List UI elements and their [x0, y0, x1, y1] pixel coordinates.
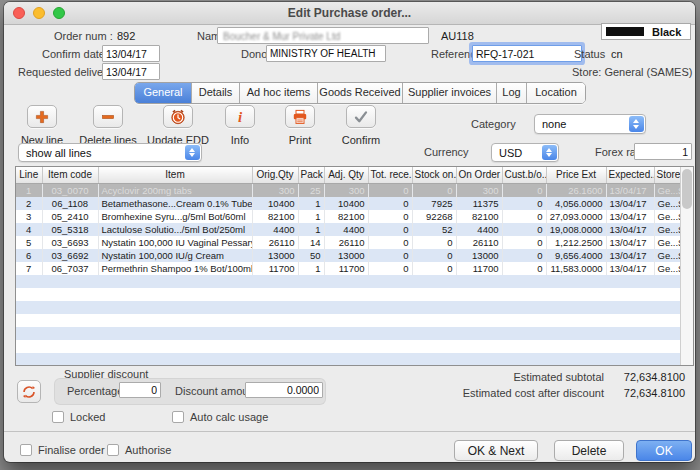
col-pack[interactable]: Pack	[298, 167, 324, 183]
cell-onorder: 11700	[456, 262, 502, 275]
cell-pack: 1	[298, 197, 324, 210]
col-price-ext[interactable]: Price Ext	[546, 167, 606, 183]
cell-stock: 0	[412, 249, 456, 262]
cell-onorder: 26110	[456, 236, 502, 249]
category-value: none	[542, 118, 566, 130]
donor-field[interactable]	[266, 45, 386, 62]
col-expected[interactable]: Expected...	[606, 167, 654, 183]
empty-row	[16, 288, 681, 301]
cell-custbo: 0	[502, 210, 546, 223]
forex-rate-field[interactable]	[634, 143, 692, 160]
cell-store: Ge...S)	[654, 197, 681, 210]
tab-general[interactable]: General	[135, 83, 192, 103]
locked-checkbox[interactable]	[52, 411, 64, 423]
col-item-code[interactable]: Item code	[42, 167, 98, 183]
currency-dropdown[interactable]: USD	[491, 143, 559, 162]
tab-supplier-invoices[interactable]: Supplier invoices	[403, 83, 497, 103]
cell-orig: 300	[252, 183, 298, 197]
colour-name: Black	[652, 26, 681, 38]
col-adj-qty[interactable]: Adj. Qty	[324, 167, 368, 183]
table-row[interactable]: 405_5318Lactulose Solutio.../5ml Bot/250…	[16, 223, 681, 236]
refresh-icon	[21, 384, 37, 400]
tab-goods-received[interactable]: Goods Received	[318, 83, 403, 103]
finalise-order-checkbox[interactable]	[20, 444, 32, 456]
cell-adj: 4400	[324, 223, 368, 236]
col-on-order[interactable]: On Order	[456, 167, 502, 183]
table-row[interactable]: 103_0070Acyclovir 200mg tabs300253000030…	[16, 183, 681, 197]
scrollbar-thumb[interactable]	[682, 169, 692, 209]
tab-bar: General Details Ad hoc items Goods Recei…	[134, 82, 586, 104]
cell-stock: 0	[412, 262, 456, 275]
colour-indicator[interactable]: Black	[601, 23, 691, 40]
tab-details[interactable]: Details	[192, 83, 240, 103]
confirm-button[interactable]: Confirm	[321, 105, 401, 146]
cell-line: 3	[16, 210, 42, 223]
store-line: Store: General (SAMES)	[572, 66, 695, 78]
table-row[interactable]: 503_6693Nystatin 100,000 IU Vaginal Pess…	[16, 236, 681, 249]
table-row[interactable]: 305_2410Bromhexine Syru...g/5ml Bot/60ml…	[16, 210, 681, 223]
table-scrollbar[interactable]	[680, 167, 693, 365]
cell-expected: 13/04/17	[606, 249, 654, 262]
clock-icon	[163, 105, 193, 128]
cell-expected: 13/04/17	[606, 210, 654, 223]
col-orig-qty[interactable]: Orig.Qty	[252, 167, 298, 183]
cell-onorder: 13000	[456, 249, 502, 262]
confirm-date-field[interactable]	[102, 45, 160, 62]
cell-code: 03_6693	[42, 236, 98, 249]
titlebar[interactable]: Edit Purchase order...	[4, 2, 695, 25]
estimated-cost-after-discount-label: Estimated cost after discount	[304, 387, 604, 399]
cell-tot: 0	[368, 249, 412, 262]
cell-onorder: 82100	[456, 210, 502, 223]
name-field[interactable]: Boucher & Mur Private Ltd	[217, 27, 429, 44]
cell-tot: 0	[368, 197, 412, 210]
cell-custbo: 0	[502, 223, 546, 236]
table-header-row[interactable]: Line Item code Item Orig.Qty Pack Adj. Q…	[16, 167, 681, 183]
cell-code: 03_0070	[42, 183, 98, 197]
plus-icon	[27, 105, 57, 128]
empty-row	[16, 340, 681, 353]
confirm-date-label: Confirm date :	[42, 48, 111, 60]
show-lines-dropdown[interactable]: show all lines	[18, 143, 202, 162]
cell-price: 19,008.0000	[546, 223, 606, 236]
delete-lines-button[interactable]: Delete lines	[68, 105, 148, 146]
reference-field[interactable]	[472, 45, 582, 62]
auto-calc-usage-label: Auto calc usage	[190, 411, 268, 423]
estimated-subtotal-label: Estimated subtotal	[354, 371, 604, 383]
cell-stock: 0	[412, 236, 456, 249]
col-item[interactable]: Item	[98, 167, 252, 183]
tab-log[interactable]: Log	[497, 83, 527, 103]
cell-item: Nystatin 100,000 IU Vaginal Pessary	[98, 236, 252, 249]
name-code: AU118	[441, 30, 474, 42]
category-label: Category	[471, 118, 516, 130]
col-tot-received[interactable]: Tot. rece...	[368, 167, 412, 183]
cell-orig: 13000	[252, 249, 298, 262]
delete-button[interactable]: Delete	[554, 440, 624, 461]
table-row[interactable]: 206_1108Betamethasone...Cream 0.1% Tube1…	[16, 197, 681, 210]
auto-calc-usage-checkbox[interactable]	[172, 411, 184, 423]
col-cust-backorder[interactable]: Cust.b/o...	[502, 167, 546, 183]
empty-row	[16, 327, 681, 340]
col-store[interactable]: Store:	[654, 167, 681, 183]
cell-tot: 0	[368, 236, 412, 249]
ok-button[interactable]: OK	[636, 440, 692, 461]
table-row[interactable]: 603_6692Nystatin 100,000 IU/g Cream13000…	[16, 249, 681, 262]
authorise-checkbox[interactable]	[107, 444, 119, 456]
cell-line: 1	[16, 183, 42, 197]
cell-onorder: 300	[456, 183, 502, 197]
category-dropdown[interactable]: none	[534, 114, 646, 134]
tab-location[interactable]: Location	[527, 83, 585, 103]
table-row[interactable]: 706_7037Permethrin Shampoo 1% Bot/100ml1…	[16, 262, 681, 275]
requested-delivery-field[interactable]	[102, 63, 160, 80]
percentage-field[interactable]	[119, 382, 161, 398]
col-stock-on-hand[interactable]: Stock on...	[412, 167, 456, 183]
cell-adj: 10400	[324, 197, 368, 210]
ok-next-button[interactable]: OK & Next	[454, 440, 538, 461]
cell-price: 27,093.0000	[546, 210, 606, 223]
info-icon: i	[225, 105, 255, 128]
cell-item: Lactulose Solutio.../5ml Bot/250ml	[98, 223, 252, 236]
cell-tot: 0	[368, 183, 412, 197]
col-line[interactable]: Line	[16, 167, 42, 183]
tab-ad-hoc-items[interactable]: Ad hoc items	[240, 83, 318, 103]
percentage-label: Percentage	[67, 385, 123, 397]
recalculate-discount-button[interactable]	[17, 380, 41, 403]
